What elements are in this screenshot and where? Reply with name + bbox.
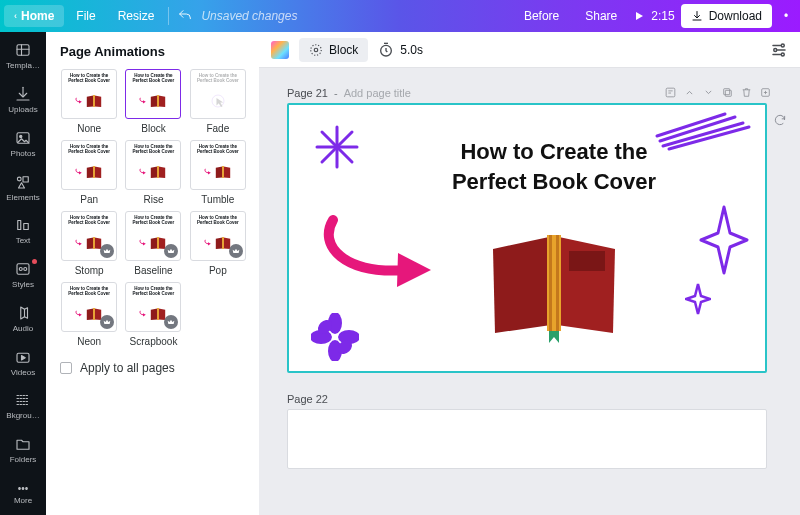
svg-rect-28 [724,89,730,95]
svg-point-3 [17,177,21,181]
undo-button[interactable] [177,8,193,24]
save-status: Unsaved changes [201,9,297,23]
rail-photos[interactable]: Photos [0,121,46,165]
duplicate-icon[interactable] [721,86,734,99]
page-canvas-next[interactable] [287,409,767,469]
animation-none[interactable]: How to Create the Perfect Book CoverNone [60,69,118,134]
animation-neon[interactable]: How to Create the Perfect Book CoverNeon [60,282,118,347]
canvas-scroll[interactable]: Page 21 - Add page title How to C [259,68,800,515]
animation-effect-pill[interactable]: Block [299,38,368,62]
animation-pan[interactable]: How to Create the Perfect Book CoverPan [60,140,118,205]
duration-control[interactable]: 5.0s [378,42,423,58]
flower-doodle [311,313,359,361]
book-illustration [479,225,629,345]
refresh-icon[interactable] [773,113,787,127]
premium-icon [164,244,178,258]
play-time-label: 2:15 [651,9,674,23]
play-button[interactable]: 2:15 [633,9,674,23]
animations-panel: Page Animations How to Create the Perfec… [46,32,259,515]
arrow-doodle [313,215,443,295]
chevron-left-icon: ‹ [14,11,17,21]
svg-rect-9 [93,95,95,107]
notes-icon[interactable] [664,86,677,99]
svg-rect-15 [93,237,95,249]
sparkle-doodle [699,205,749,275]
svg-point-2 [20,135,22,137]
resize-menu[interactable]: Resize [108,5,165,27]
rail-audio[interactable]: Audio [0,296,46,340]
animation-fade[interactable]: How to Create the Perfect Book CoverFade [189,69,247,134]
apply-all-label: Apply to all pages [80,361,175,375]
svg-rect-18 [93,308,95,320]
page-canvas[interactable]: How to Create thePerfect Book Cover [287,103,767,373]
svg-rect-4 [23,176,28,181]
animation-pop[interactable]: How to Create the Perfect Book CoverPop [189,211,247,276]
rail-elements[interactable]: Elements [0,165,46,209]
premium-icon [229,244,243,258]
svg-point-7 [24,268,27,271]
svg-rect-35 [549,235,552,331]
workspace: Block 5.0s Page 21 - Add page title [259,32,800,515]
download-label: Download [709,9,762,23]
animation-rise[interactable]: How to Create the Perfect Book CoverRise [124,140,182,205]
svg-rect-27 [725,90,731,96]
rail-videos[interactable]: Videos [0,340,46,384]
home-label: Home [21,9,54,23]
page-header: Page 21 - Add page title [287,86,772,99]
home-button[interactable]: ‹ Home [4,5,64,27]
color-tool[interactable] [271,41,289,59]
svg-rect-36 [556,235,559,331]
page-number: Page 21 [287,87,328,99]
svg-point-6 [19,268,22,271]
svg-rect-0 [17,45,29,56]
rail-templa[interactable]: Templa… [0,34,46,78]
chevron-up-icon[interactable] [683,86,696,99]
animation-block[interactable]: How to Create the Perfect Book CoverBloc… [124,69,182,134]
download-button[interactable]: Download [681,4,772,28]
svg-rect-10 [158,95,160,107]
star-doodle [313,123,361,171]
rail-uploads[interactable]: Uploads [0,78,46,122]
rail-more[interactable]: •••More [0,471,46,515]
animation-baseline[interactable]: How to Create the Perfect Book CoverBase… [124,211,182,276]
context-toolbar: Block 5.0s [259,32,800,68]
effect-label: Block [329,43,358,57]
divider [168,7,169,25]
animation-scrapbook[interactable]: How to Create the Perfect Book CoverScra… [124,282,182,347]
more-menu[interactable]: • [778,9,794,23]
adjust-icon[interactable] [770,41,788,59]
svg-rect-26 [666,88,675,97]
chevron-down-icon[interactable] [702,86,715,99]
svg-point-24 [774,48,777,51]
animation-tumble[interactable]: How to Create the Perfect Book CoverTumb… [189,140,247,205]
side-rail: Templa…UploadsPhotosElementsTextStylesAu… [0,32,46,515]
premium-icon [100,244,114,258]
svg-rect-13 [158,166,160,178]
page-number: Page 22 [287,393,328,405]
file-menu[interactable]: File [66,5,105,27]
slide-title[interactable]: How to Create thePerfect Book Cover [409,137,699,196]
svg-rect-16 [158,237,160,249]
share-button[interactable]: Share [575,5,627,27]
rail-bkgrou[interactable]: Bkgrou… [0,384,46,428]
before-button[interactable]: Before [514,5,569,27]
top-bar: ‹ Home File Resize Unsaved changes Befor… [0,0,800,32]
add-page-icon[interactable] [759,86,772,99]
rail-styles[interactable]: Styles [0,253,46,297]
svg-point-25 [781,53,784,56]
apply-all-row[interactable]: Apply to all pages [60,361,247,375]
rail-text[interactable]: Text [0,209,46,253]
svg-rect-37 [569,251,605,271]
rail-folders[interactable]: Folders [0,428,46,472]
page-title-input[interactable]: Add page title [344,87,411,99]
svg-point-21 [311,44,322,55]
svg-rect-17 [222,237,224,249]
svg-point-23 [781,44,784,47]
delete-icon[interactable] [740,86,753,99]
apply-all-checkbox[interactable] [60,362,72,374]
panel-title: Page Animations [60,44,247,59]
sparkle-small-doodle [685,283,711,315]
animation-stomp[interactable]: How to Create the Perfect Book CoverStom… [60,211,118,276]
svg-point-20 [314,48,318,52]
duration-label: 5.0s [400,43,423,57]
